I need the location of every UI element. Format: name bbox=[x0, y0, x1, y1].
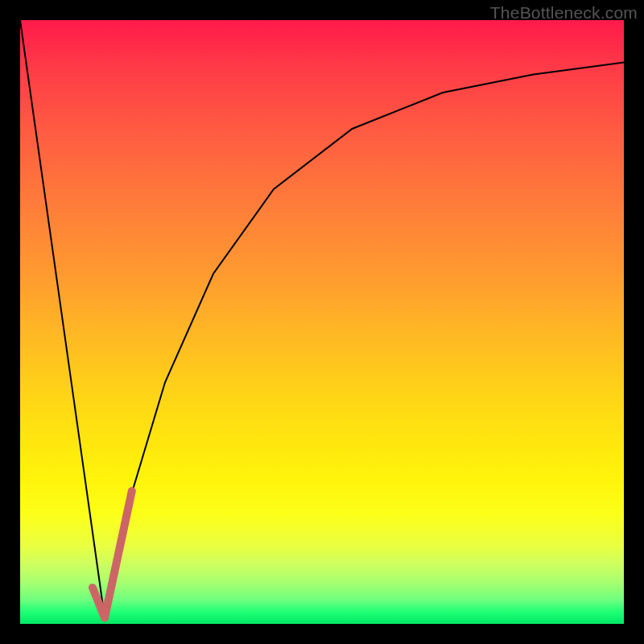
chart-frame: TheBottleneck.com bbox=[0, 0, 644, 644]
curve-layer bbox=[20, 20, 624, 624]
series-highlight-notch bbox=[93, 491, 132, 618]
series-left-branch bbox=[20, 20, 105, 618]
plot-area bbox=[20, 20, 624, 624]
series-right-branch bbox=[105, 63, 624, 618]
